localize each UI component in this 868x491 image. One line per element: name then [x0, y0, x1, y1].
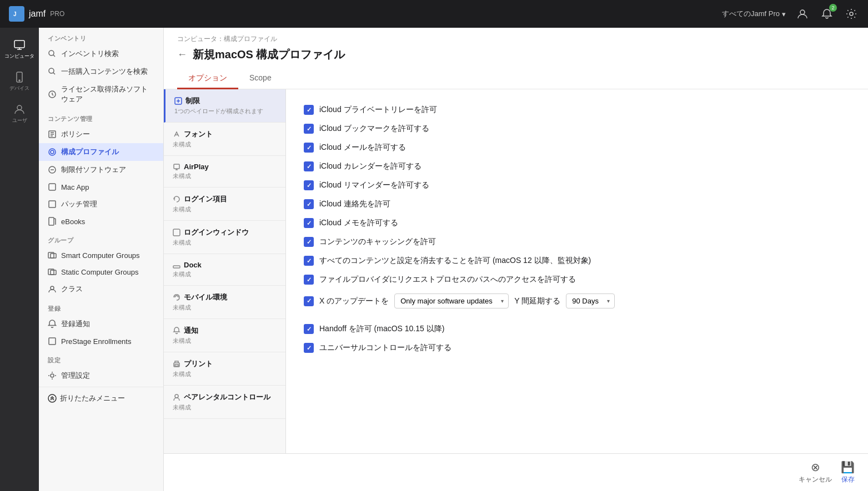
- sidebar-icon-user[interactable]: ユーザ: [0, 99, 39, 129]
- cancel-button[interactable]: ⊗ キャンセル: [799, 460, 832, 484]
- notification-icon[interactable]: 2: [819, 6, 835, 22]
- config-item-notifications-sub: 未構成: [173, 337, 277, 345]
- config-item-dock-title: Dock: [184, 261, 202, 269]
- config-item-print-title: プリント: [184, 359, 213, 369]
- checkbox-row-icloud-calendar: iCloud カレンダーを許可する: [304, 157, 850, 176]
- plan-badge: PRO: [50, 10, 64, 18]
- page-title: 新規macOS 構成プロファイル: [193, 47, 345, 62]
- config-item-fonts-title: フォント: [184, 129, 213, 139]
- update-days-select[interactable]: 30 Days 60 Days 90 Days: [566, 294, 614, 308]
- update-days-dropdown[interactable]: 30 Days 60 Days 90 Days ▾: [566, 293, 615, 308]
- config-item-mobile-env[interactable]: モバイル環境 未構成: [164, 286, 285, 319]
- config-item-login-window-title: ログインウィンドウ: [184, 227, 249, 237]
- checkbox-icloud-private-relay[interactable]: [304, 105, 314, 115]
- sidebar-item-inventory-search[interactable]: インベントリ検索: [39, 45, 163, 63]
- sidebar-item-patch-mgmt[interactable]: パッチ管理: [39, 195, 163, 213]
- checkbox-file-provider[interactable]: [304, 275, 314, 285]
- settings-icon[interactable]: [844, 6, 859, 22]
- sidebar-item-static-computer-groups[interactable]: Static Computer Groups: [39, 264, 163, 280]
- notification-count: 2: [829, 4, 837, 12]
- checkbox-row-handoff: Handoff を許可 (macOS 10.15 以降): [304, 320, 850, 338]
- enrollment-section-label: 登録: [39, 298, 163, 315]
- logo: J jamf PRO: [9, 6, 64, 22]
- sidebar-item-ebooks[interactable]: eBooks: [39, 213, 163, 230]
- sidebar-item-policy[interactable]: ポリシー: [39, 125, 163, 143]
- config-item-login-items-sub: 未構成: [173, 205, 277, 214]
- config-item-restriction-title: 制限: [185, 96, 200, 106]
- sidebar-item-bulk-purchase[interactable]: 一括購入コンテンツを検索: [39, 63, 163, 80]
- checkbox-content-caching[interactable]: [304, 237, 314, 247]
- svg-rect-23: [49, 338, 56, 345]
- checkbox-icloud-reminders[interactable]: [304, 180, 314, 190]
- svg-point-24: [51, 374, 54, 377]
- user-icon[interactable]: [795, 6, 810, 22]
- checkbox-icloud-bookmarks[interactable]: [304, 124, 314, 134]
- checkbox-row-erase-all: すべてのコンテンツと設定を消去することを許可 (macOS 12 以降、監視対象…: [304, 251, 850, 270]
- checkbox-row-icloud-contacts: iCloud 連絡先を許可: [304, 195, 850, 214]
- checkbox-icloud-mail[interactable]: [304, 143, 314, 153]
- config-sidebar: 制限 1つのペイロードが構成されます フォント 未構成: [164, 89, 286, 453]
- checkbox-row-icloud-notes: iCloud メモを許可する: [304, 214, 850, 232]
- breadcrumb: コンピュータ：構成プロファイル: [177, 34, 855, 44]
- collapse-menu-btn[interactable]: 折りたたみメニュー: [39, 389, 163, 407]
- sidebar-icon-device[interactable]: デバイス: [0, 67, 39, 97]
- config-item-parental-controls-sub: 未構成: [173, 403, 277, 412]
- svg-rect-4: [14, 41, 24, 48]
- svg-text:J: J: [13, 11, 17, 17]
- config-item-login-window[interactable]: ログインウィンドウ 未構成: [164, 221, 285, 254]
- checkbox-icloud-calendar[interactable]: [304, 161, 314, 171]
- tab-scope[interactable]: Scope: [238, 69, 283, 89]
- environment-dropdown[interactable]: すべてのJamf Pro ▾: [722, 9, 786, 19]
- svg-rect-19: [51, 254, 56, 258]
- svg-rect-31: [175, 365, 178, 366]
- config-item-airplay[interactable]: AirPlay 未構成: [164, 156, 285, 188]
- config-item-login-items[interactable]: ログイン項目 未構成: [164, 188, 285, 221]
- save-button[interactable]: 💾 保存: [841, 460, 855, 484]
- config-item-restriction-sub: 1つのペイロードが構成されます: [174, 107, 277, 115]
- config-item-parental-controls-title: ペアレンタルコントロール: [184, 392, 270, 402]
- config-item-parental-controls[interactable]: ペアレンタルコントロール 未構成: [164, 386, 285, 419]
- svg-point-9: [49, 68, 54, 73]
- config-item-notifications[interactable]: 通知 未構成: [164, 319, 285, 352]
- page-header: コンピュータ：構成プロファイル ← 新規macOS 構成プロファイル オプション…: [164, 28, 868, 89]
- svg-point-6: [19, 80, 20, 81]
- svg-point-13: [49, 149, 56, 155]
- content-area: 制限 1つのペイロードが構成されます フォント 未構成: [164, 89, 868, 453]
- checkbox-row-icloud-reminders: iCloud リマインダーを許可する: [304, 176, 850, 195]
- sidebar-item-mac-app[interactable]: Mac App: [39, 179, 163, 195]
- checkbox-update[interactable]: [304, 296, 314, 306]
- checkbox-erase-all[interactable]: [304, 256, 314, 266]
- sidebar-item-enrollment-notif[interactable]: 登録通知: [39, 315, 163, 333]
- left-sidebar: インベントリ インベントリ検索 一括購入コンテンツを検索 ライセンス取得済みソフ…: [39, 28, 164, 491]
- config-item-dock[interactable]: Dock 未構成: [164, 254, 285, 286]
- sidebar-item-licensed-software[interactable]: ライセンス取得済みソフトウェア: [39, 80, 163, 108]
- config-item-restriction[interactable]: 制限 1つのペイロードが構成されます: [164, 89, 285, 123]
- config-item-airplay-sub: 未構成: [173, 172, 277, 180]
- config-item-print-sub: 未構成: [173, 370, 277, 378]
- content-section-label: コンテンツ管理: [39, 108, 163, 125]
- sidebar-item-restricted-software[interactable]: 制限付ソフトウェア: [39, 161, 163, 179]
- sidebar-item-config-profile[interactable]: 構成プロファイル: [39, 143, 163, 161]
- back-button[interactable]: ←: [177, 49, 187, 60]
- config-item-print[interactable]: プリント 未構成: [164, 352, 285, 386]
- checkbox-row-icloud-private-relay: iCloud プライベートリレーを許可: [304, 100, 850, 119]
- config-item-fonts[interactable]: フォント 未構成: [164, 123, 285, 156]
- checkbox-icloud-notes[interactable]: [304, 218, 314, 228]
- checkbox-row-icloud-mail: iCloud メールを許可する: [304, 138, 850, 157]
- checkbox-universal-control[interactable]: [304, 343, 314, 353]
- checkbox-handoff[interactable]: [304, 324, 314, 334]
- checkbox-icloud-contacts[interactable]: [304, 199, 314, 209]
- group-section-label: グループ: [39, 230, 163, 247]
- sidebar-item-classes[interactable]: クラス: [39, 280, 163, 298]
- sidebar-item-prestage[interactable]: PreStage Enrollments: [39, 333, 163, 350]
- settings-panel: iCloud プライベートリレーを許可 iCloud ブックマークを許可する i…: [286, 89, 868, 453]
- sidebar-item-mgmt-settings[interactable]: 管理設定: [39, 367, 163, 384]
- sidebar-icon-computer[interactable]: コンピュータ: [0, 34, 39, 64]
- tab-options[interactable]: オプション: [177, 69, 238, 89]
- footer-bar: ⊗ キャンセル 💾 保存: [164, 453, 868, 491]
- update-type-select[interactable]: Only major software updates All software…: [395, 294, 508, 308]
- top-nav-right: すべてのJamf Pro ▾ 2: [722, 6, 859, 22]
- update-type-dropdown[interactable]: Only major software updates All software…: [394, 293, 509, 308]
- sidebar-item-smart-computer-groups[interactable]: Smart Computer Groups: [39, 247, 163, 264]
- config-item-mobile-env-title: モバイル環境: [184, 292, 227, 302]
